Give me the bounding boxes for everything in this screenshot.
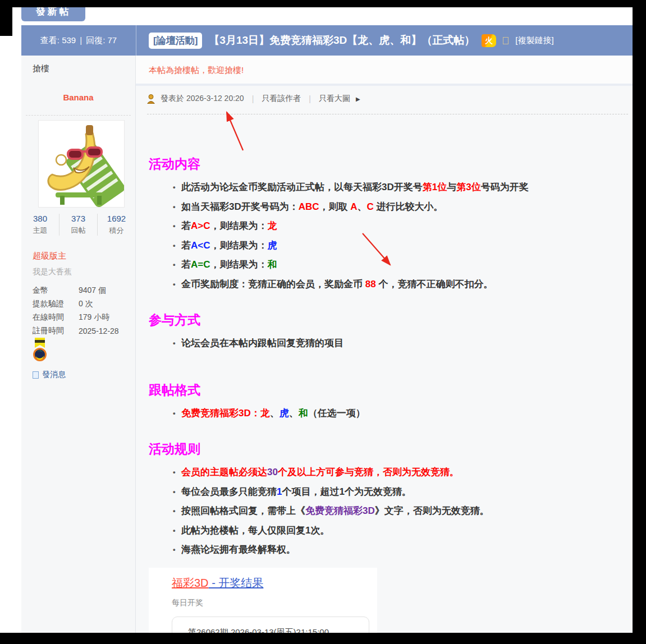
stat-replies-value: 373 <box>59 214 97 223</box>
meta-separator: | <box>252 94 254 103</box>
profile-label: 金幣 <box>33 286 79 296</box>
section-heading: 参与方式 <box>149 311 633 328</box>
post-body: 活动内容 此活动为论坛金币奖励活动正式帖，以每天福彩3D开奖号第1位与第3位号码… <box>149 114 633 644</box>
poster-medal-icon <box>147 94 155 104</box>
only-large-image-link[interactable]: 只看大圖 <box>319 94 350 104</box>
avatar[interactable] <box>38 120 125 208</box>
list-item: 海燕论坛拥有最终解释权。 <box>181 540 633 560</box>
stat-threads[interactable]: 380 主題 <box>21 214 59 236</box>
stat-replies[interactable]: 373 回帖 <box>59 214 97 236</box>
avatar-banana-illustration <box>39 121 124 207</box>
stats-separator: | <box>80 35 82 45</box>
section-list: 免费竞猜福彩3D：龙、虎、和（任选一项） <box>149 404 633 424</box>
profile-label: 提款驗證 <box>33 299 79 309</box>
only-author-link[interactable]: 只看該作者 <box>262 94 301 104</box>
replies-count: 回復: 77 <box>86 35 117 45</box>
letterbox-corner <box>0 0 12 36</box>
post-time: 發表於 2026-3-12 20:20 <box>161 94 244 104</box>
section-list: 论坛会员在本帖内跟帖回复竞猜的项目 <box>149 334 633 353</box>
forum-activity-badge[interactable]: [論壇活動] <box>149 33 202 49</box>
stat-threads-label: 主題 <box>21 226 59 236</box>
thread-title-row: [論壇活動] 【3月13日】免费竞猜福彩3D【龙、虎、和】（正式帖） 火 [複製… <box>136 33 633 49</box>
author-stats-row: 380 主題 373 回帖 1692 積分 <box>21 214 135 236</box>
letterbox-bottom <box>0 633 646 644</box>
profile-value: 9407 個 <box>79 286 106 296</box>
profile-row-online-time: 在線時間 179 小時 <box>33 311 119 324</box>
user-group-title: 超級版主 <box>33 251 66 261</box>
list-item: 若A<C，则结果为：虎 <box>181 236 633 256</box>
list-item: 若A>C，则结果为：龙 <box>181 217 633 236</box>
profile-value: 179 小時 <box>79 312 109 323</box>
stat-credits-label: 積分 <box>98 226 135 236</box>
expand-arrow-icon[interactable]: ▶ <box>356 96 360 102</box>
stat-credits-value: 1692 <box>98 214 135 223</box>
lottery-result-link[interactable]: 福彩3D - 开奖结果 <box>172 576 263 591</box>
forum-thread-page: 發新帖 查看: 539|回復: 77 [論壇活動] 【3月13日】免费竞猜福彩3… <box>0 0 646 644</box>
letterbox-right <box>633 0 646 644</box>
profile-value: 0 次 <box>79 299 93 309</box>
lottery-name: 福彩3D <box>172 577 209 589</box>
section-list: 此活动为论坛金币奖励活动正式帖，以每天福彩3D开奖号第1位与第3位号码为开奖如当… <box>149 178 633 294</box>
stat-threads-value: 380 <box>21 214 59 223</box>
floor-label: 搶樓 <box>33 63 49 74</box>
author-sidebar: 搶樓 Banana <box>21 56 136 633</box>
send-message-label: 發消息 <box>42 370 66 380</box>
floor-notice-banner: 本帖為搶樓帖，歡迎搶樓! <box>136 56 633 86</box>
section-heading: 活动内容 <box>149 155 633 172</box>
meta-separator: | <box>309 94 311 103</box>
stat-replies-label: 回帖 <box>59 226 97 236</box>
sidebar-divider <box>26 115 131 116</box>
list-item: 此活动为论坛金币奖励活动正式帖，以每天福彩3D开奖号第1位与第3位号码为开奖 <box>181 178 633 197</box>
views-count: 查看: 539 <box>40 35 76 45</box>
section-participation: 参与方式 论坛会员在本帖内跟帖回复竞猜的项目 <box>149 311 633 353</box>
section-activity-content: 活动内容 此活动为论坛金币奖励活动正式帖，以每天福彩3D开奖号第1位与第3位号码… <box>149 155 633 294</box>
message-icon <box>33 371 39 379</box>
profile-value: 2025-12-28 <box>79 326 119 335</box>
user-signature: 我是大香蕉 <box>33 267 72 277</box>
thread-header-bar: 查看: 539|回復: 77 [論壇活動] 【3月13日】免费竞猜福彩3D【龙、… <box>21 25 633 56</box>
stat-credits[interactable]: 1692 積分 <box>97 214 135 236</box>
list-item: 此帖为抢楼帖，每人仅限回复1次。 <box>181 521 633 541</box>
post-main-area: 本帖為搶樓帖，歡迎搶樓! 發表於 2026-3-12 20:20 | 只看該作者… <box>136 56 633 633</box>
profile-label: 註冊時間 <box>33 326 79 336</box>
profile-row-coins: 金幣 9407 個 <box>33 284 119 297</box>
author-username-link[interactable]: Banana <box>21 93 135 102</box>
list-item: 免费竞猜福彩3D：龙、虎、和（任选一项） <box>181 404 633 424</box>
send-message-link[interactable]: 發消息 <box>33 370 66 380</box>
thread-view-reply-stats: 查看: 539|回復: 77 <box>21 35 136 46</box>
section-list: 会员的主题帖必须达30个及以上方可参与竞猜，否则为无效竞猜。每位会员最多只能竞猜… <box>149 463 633 560</box>
section-reply-format: 跟帖格式 免费竞猜福彩3D：龙、虎、和（任选一项） <box>149 381 633 424</box>
list-item: 若A=C，则结果为：和 <box>181 255 633 275</box>
list-item: 会员的主题帖必须达30个及以上方可参与竞猜，否则为无效竞猜。 <box>181 463 633 482</box>
profile-label: 在線時間 <box>33 312 79 323</box>
section-activity-rules: 活动规则 会员的主题帖必须达30个及以上方可参与竞猜，否则为无效竞猜。每位会员最… <box>149 440 633 560</box>
section-heading: 跟帖格式 <box>149 381 633 398</box>
list-item: 如当天福彩3D开奖号码为：ABC，则取 A、C 进行比较大小。 <box>181 197 633 217</box>
section-heading: 活动规则 <box>149 440 633 457</box>
lottery-subtitle: 每日开奖 <box>172 598 377 608</box>
profile-row-withdraw: 提款驗證 0 次 <box>33 297 119 311</box>
post-meta-row: 發表於 2026-3-12 20:20 | 只看該作者 | 只看大圖 ▶ <box>136 86 633 112</box>
attachment-icon <box>503 37 508 44</box>
list-item: 金币奖励制度：竞猜正确的会员，奖励金币 88 个，竞猜不正确则不扣分。 <box>181 275 633 295</box>
letterbox-top <box>0 0 646 7</box>
medal-icon <box>33 338 49 366</box>
profile-detail-list: 金幣 9407 個 提款驗證 0 次 在線時間 179 小時 註冊時間 2025… <box>33 284 119 338</box>
list-item: 按照回帖格式回复，需带上《免费竞猜福彩3D》文字，否则为无效竞猜。 <box>181 502 633 521</box>
copy-link-button[interactable]: [複製鏈接] <box>515 35 553 46</box>
hot-fire-icon: 火 <box>482 34 496 47</box>
lottery-result-label: - 开奖结果 <box>209 577 264 589</box>
list-item: 每位会员最多只能竞猜1个项目，超过1个为无效竞猜。 <box>181 482 633 502</box>
thread-title: 【3月13日】免费竞猜福彩3D【龙、虎、和】（正式帖） <box>209 33 475 48</box>
profile-row-register-date: 註冊時間 2025-12-28 <box>33 324 119 338</box>
list-item: 论坛会员在本帖内跟帖回复竞猜的项目 <box>181 334 633 353</box>
